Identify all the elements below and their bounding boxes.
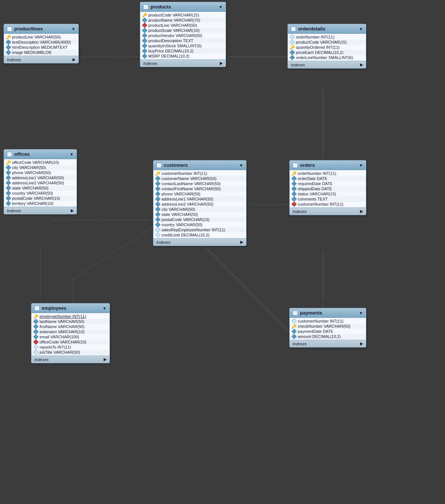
table-row: textDescription VARCHAR(4000) (4, 40, 78, 45)
svg-text:+: + (228, 52, 231, 57)
svg-text:┴: ┴ (321, 85, 325, 91)
field-text: state VARCHAR(50) (162, 212, 198, 217)
diamond-icon (142, 54, 147, 58)
table-row: creditLimit DECIMAL(10,2) (153, 232, 246, 238)
table-row: country VARCHAR(50) (153, 222, 246, 227)
table-orders-header: orders ▼ (290, 161, 366, 170)
table-row: state VARCHAR(50) (153, 212, 246, 217)
table-employees[interactable]: employees ▼ 🔑 employeeNumber INT(11) las… (31, 303, 110, 363)
table-row: priceEach DECIMAL(10,2) (288, 50, 366, 55)
diamond-icon (142, 49, 147, 53)
field-text: extension VARCHAR(10) (40, 330, 85, 334)
diamond-light-icon (34, 350, 38, 354)
diamond-icon (156, 181, 160, 186)
table-row: reportsTo INT(11) (31, 345, 110, 350)
field-text: shippedDate DATE (298, 187, 332, 191)
table-orders[interactable]: orders ▼ 🔑 orderNumber INT(11) orderDate… (289, 160, 366, 215)
key-icon: 🔑 (156, 171, 160, 176)
table-productlines[interactable]: productlines ▼ 🔑 productLine VARCHAR(50)… (4, 24, 79, 63)
table-productlines-footer[interactable]: Indexes ▶ (4, 56, 78, 63)
table-orderdetails[interactable]: orderdetails ▼ orderNumber INT(11) produ… (288, 24, 366, 69)
table-customers[interactable]: customers ▼ 🔑 customerNumber INT(11) cus… (153, 160, 246, 246)
table-title: productlines (14, 26, 69, 32)
table-products-header: products ▼ (140, 2, 226, 12)
diamond-icon (34, 330, 38, 334)
diamond-icon (292, 197, 296, 201)
table-row: customerNumber INT(11) (290, 319, 366, 324)
table-offices-footer[interactable]: Indexes ▶ (4, 207, 77, 214)
diamond-icon (6, 40, 11, 44)
table-icon (156, 163, 162, 168)
field-text: contactFirstName VARCHAR(50) (162, 187, 221, 191)
diamond-icon (290, 50, 294, 55)
field-text: priceEach DECIMAL(10,2) (296, 50, 344, 55)
diamond-icon (6, 165, 11, 170)
diamond-icon (292, 334, 296, 339)
field-text: productCode VARCHAR(15) (296, 40, 347, 44)
table-row: customerNumber INT(11) (290, 202, 366, 207)
footer-indexes-label: Indexes (7, 58, 21, 62)
table-row: postalCode VARCHAR(15) (4, 196, 77, 201)
table-customers-footer[interactable]: Indexes ▶ (153, 238, 246, 246)
svg-text:+: + (246, 199, 249, 205)
table-row: phone VARCHAR(50) (4, 170, 77, 175)
header-arrow: ▼ (71, 27, 75, 31)
table-row: addressLine2 VARCHAR(50) (153, 202, 246, 207)
table-employees-footer[interactable]: Indexes ▶ (31, 356, 110, 363)
table-row: city VARCHAR(50) (153, 207, 246, 212)
field-text: comments TEXT (298, 197, 328, 201)
field-text: productLine VARCHAR(50) (12, 35, 61, 39)
table-row: 🔑 customerNumber INT(11) (153, 171, 246, 176)
field-text: image MEDIUMBLOB (12, 50, 51, 55)
table-products[interactable]: products ▼ 🔑 productCode VARCHAR(15) pro… (140, 2, 226, 67)
table-icon (7, 152, 12, 157)
table-row: paymentDate DATE (290, 329, 366, 334)
table-title: employees (42, 305, 100, 311)
key-icon: 🔑 (34, 314, 38, 319)
table-title: orderdetails (298, 26, 357, 32)
footer-arrow-icon: ▶ (360, 341, 363, 346)
svg-text:┴: ┴ (321, 300, 325, 306)
table-row: 🔑 checkNumber VARCHAR(50) (290, 324, 366, 329)
footer-indexes-label: Indexes (143, 61, 157, 66)
table-row: productDescription TEXT (140, 38, 226, 43)
diamond-icon (156, 197, 160, 201)
svg-text:┴: ┴ (38, 297, 42, 302)
table-payments-footer[interactable]: Indexes ▶ (290, 340, 366, 347)
table-icon (7, 26, 12, 32)
diamond-icon (156, 212, 160, 217)
field-text: addressLine1 VARCHAR(50) (162, 197, 214, 201)
table-title: payments (300, 310, 357, 316)
table-row: MSRP DECIMAL(10,2) (140, 54, 226, 59)
diamond-icon (6, 196, 11, 201)
table-offices[interactable]: offices ▼ 🔑 officeCode VARCHAR(10) city … (4, 149, 77, 214)
diamond-icon (292, 181, 296, 186)
diamond-icon (156, 187, 160, 191)
svg-text:=: = (322, 154, 324, 159)
diamond-icon (142, 44, 147, 48)
diamond-light-icon (292, 319, 296, 323)
diamond-icon (156, 217, 160, 222)
footer-indexes-label: Indexes (156, 240, 171, 244)
table-row: requiredDate DATE (290, 181, 366, 186)
diamond-red-icon (292, 202, 296, 206)
table-row: territory VARCHAR(10) (4, 201, 77, 206)
table-icon (143, 4, 148, 10)
table-orders-footer[interactable]: Indexes ▶ (290, 207, 366, 215)
table-payments[interactable]: payments ▼ customerNumber INT(11) 🔑 chec… (289, 308, 366, 347)
field-text: reportsTo INT(11) (40, 345, 71, 349)
table-title: customers (164, 162, 237, 168)
field-text: productLine VARCHAR(50) (148, 23, 197, 27)
table-employees-body: 🔑 employeeNumber INT(11) lastName VARCHA… (31, 313, 110, 356)
field-text: amount DECIMAL(10,2) (298, 334, 341, 339)
table-row: status VARCHAR(15) (290, 191, 366, 196)
table-title: products (151, 4, 216, 10)
table-orderdetails-footer[interactable]: Indexes ▶ (288, 61, 366, 68)
table-products-footer[interactable]: Indexes ▶ (140, 59, 226, 67)
footer-arrow-icon: ▶ (360, 209, 363, 214)
diamond-light-icon (290, 40, 294, 44)
field-text: MSRP DECIMAL(10,2) (148, 54, 189, 58)
table-row: email VARCHAR(100) (31, 334, 110, 339)
table-row: firstName VARCHAR(50) (31, 324, 110, 329)
diamond-light-icon (290, 35, 294, 39)
